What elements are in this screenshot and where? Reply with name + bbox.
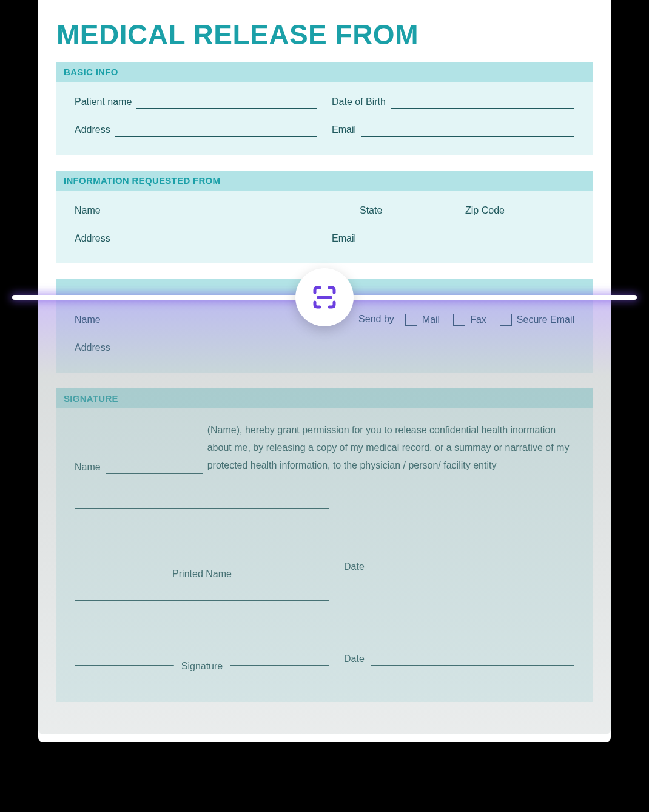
input-date-2[interactable]	[371, 652, 574, 666]
printed-name-block: Printed Name Date	[75, 508, 574, 573]
section-body-signature: Name (Name), hereby grant permission for…	[56, 408, 593, 702]
label-patient-name: Patient name	[75, 96, 132, 109]
page-title: MEDICAL RELEASE FROM	[56, 18, 593, 51]
label-signature: Signature	[174, 661, 230, 672]
label-mail: Mail	[422, 314, 440, 325]
label-date-2: Date	[344, 654, 365, 666]
field-req-email: Email	[332, 232, 574, 245]
field-req-name: Name	[75, 204, 345, 217]
field-date-2: Date	[344, 652, 574, 666]
section-header-basic: BASIC INFO	[56, 62, 593, 82]
label-sendby: Send by	[358, 314, 394, 326]
section-header-signature: SIGNATURE	[56, 388, 593, 408]
field-email: Email	[332, 123, 574, 137]
label-sig-name: Name	[75, 462, 101, 474]
label-printed-name: Printed Name	[165, 569, 239, 580]
input-req-email[interactable]	[361, 232, 574, 245]
input-date-1[interactable]	[371, 560, 574, 573]
section-body-requested: Name State Zip Code Address Em	[56, 191, 593, 263]
input-patient-name[interactable]	[136, 95, 317, 109]
field-address: Address	[75, 123, 317, 137]
field-send-address: Address	[75, 341, 574, 354]
input-req-address[interactable]	[115, 232, 317, 245]
input-address[interactable]	[115, 123, 317, 137]
input-send-address[interactable]	[115, 341, 574, 354]
label-req-email: Email	[332, 233, 356, 245]
label-email: Email	[332, 124, 356, 137]
field-date-1: Date	[344, 560, 574, 573]
section-basic-info: BASIC INFO Patient name Date of Birth Ad…	[56, 62, 593, 155]
input-printed-name-box[interactable]	[75, 508, 329, 573]
checkbox-box-icon	[500, 314, 512, 326]
sendby-options: Send by Mail Fax Secure Email	[358, 313, 574, 326]
label-date-1: Date	[344, 561, 365, 573]
section-body-basic: Patient name Date of Birth Address Email	[56, 82, 593, 155]
label-send-name: Name	[75, 314, 101, 326]
checkbox-secure-email[interactable]: Secure Email	[500, 314, 574, 326]
label-dob: Date of Birth	[332, 96, 386, 109]
input-req-state[interactable]	[387, 204, 451, 217]
label-req-state: State	[360, 205, 382, 217]
label-address: Address	[75, 124, 110, 137]
checkbox-fax[interactable]: Fax	[453, 314, 486, 326]
input-sig-name[interactable]	[106, 461, 203, 474]
section-header-requested: INFORMATION REQUESTED FROM	[56, 171, 593, 191]
scan-badge	[295, 268, 354, 326]
label-fax: Fax	[470, 314, 486, 325]
label-req-address: Address	[75, 233, 110, 245]
field-patient-name: Patient name	[75, 95, 317, 109]
checkbox-mail[interactable]: Mail	[405, 314, 440, 326]
label-req-name: Name	[75, 205, 101, 217]
section-requested-from: INFORMATION REQUESTED FROM Name State Zi…	[56, 171, 593, 263]
field-req-address: Address	[75, 232, 317, 245]
signature-block: Signature Date	[75, 600, 574, 666]
consent-row: Name (Name), hereby grant permission for…	[75, 422, 574, 474]
form-page: MEDICAL RELEASE FROM BASIC INFO Patient …	[38, 0, 611, 742]
checkbox-box-icon	[405, 314, 417, 326]
printed-name-box-wrap: Printed Name	[75, 508, 329, 573]
checkbox-box-icon	[453, 314, 465, 326]
label-secure-email: Secure Email	[517, 314, 574, 325]
input-dob[interactable]	[391, 95, 574, 109]
signature-box-wrap: Signature	[75, 600, 329, 666]
input-signature-box[interactable]	[75, 600, 329, 666]
label-req-zip: Zip Code	[465, 205, 505, 217]
input-email[interactable]	[361, 123, 574, 137]
field-req-zip: Zip Code	[465, 204, 574, 217]
label-send-address: Address	[75, 342, 110, 354]
input-req-name[interactable]	[106, 204, 345, 217]
field-req-state: State	[360, 204, 451, 217]
field-dob: Date of Birth	[332, 95, 574, 109]
section-signature: SIGNATURE Name (Name), hereby grant perm…	[56, 388, 593, 702]
input-req-zip[interactable]	[509, 204, 574, 217]
scan-icon	[310, 283, 339, 312]
consent-text: (Name), hereby grant permission for you …	[207, 422, 574, 474]
